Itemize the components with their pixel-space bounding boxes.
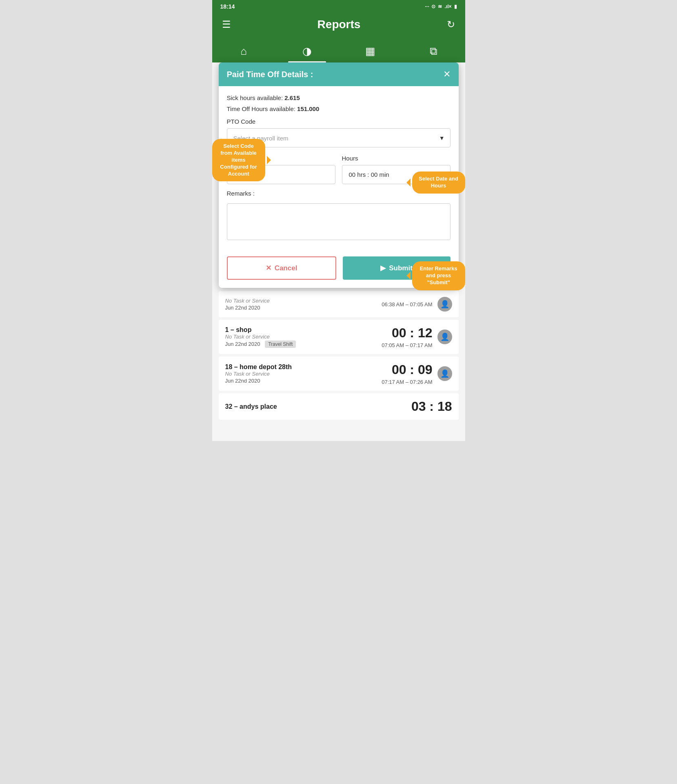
- list-content: No Task or Service Jun 22nd 2020 06:38 A…: [212, 291, 465, 420]
- sick-hours-label: Sick hours available:: [227, 94, 283, 101]
- avatar-icon[interactable]: 👤: [437, 297, 452, 312]
- item-time-range: 07:17 AM – 07:26 AM: [382, 379, 432, 385]
- list-item[interactable]: 32 – andys place 03 : 18: [219, 393, 459, 420]
- tab-chart[interactable]: ◑: [275, 41, 339, 62]
- item-time-large: 00 : 09: [392, 362, 433, 377]
- time-off-row: Time Off Hours available: 151.000: [227, 105, 451, 112]
- item-date: Jun 22nd 2020: [225, 378, 382, 384]
- tab-bar: ⌂ ◑ ▦ ⧉: [212, 38, 465, 62]
- status-bar: 18:14 ··· ⊙ ≋ .ıl× ▮: [212, 0, 465, 13]
- home-icon: ⌂: [240, 45, 247, 58]
- item-time-range: 07:05 AM – 07:17 AM: [382, 342, 432, 348]
- calendar-icon: ▦: [365, 45, 375, 58]
- tab-messages[interactable]: ⧉: [402, 41, 465, 62]
- cancel-button[interactable]: ✕ Cancel: [227, 256, 336, 280]
- sick-hours-row: Sick hours available: 2.615: [227, 94, 451, 101]
- list-item[interactable]: No Task or Service Jun 22nd 2020 06:38 A…: [219, 291, 459, 317]
- page-title: Reports: [317, 18, 361, 31]
- messages-icon: ⧉: [430, 45, 437, 58]
- remarks-textarea[interactable]: [227, 203, 451, 240]
- item-subtitle: No Task or Service: [225, 371, 382, 377]
- hamburger-menu-icon[interactable]: ☰: [222, 19, 231, 30]
- cancel-x-icon: ✕: [266, 264, 271, 272]
- status-icons: ··· ⊙ ≋ .ıl× ▮: [425, 4, 457, 9]
- list-item[interactable]: 1 – shop No Task or Service Jun 22nd 202…: [219, 320, 459, 354]
- sick-hours-value: 2.615: [284, 94, 300, 101]
- refresh-icon[interactable]: ↻: [447, 19, 455, 30]
- item-subtitle: No Task or Service: [225, 334, 382, 340]
- submit-label: Submit: [389, 264, 413, 272]
- status-time: 18:14: [220, 3, 235, 10]
- tab-calendar[interactable]: ▦: [339, 41, 402, 62]
- item-title: 1 – shop: [225, 326, 382, 334]
- time-off-value: 151.000: [297, 105, 319, 112]
- pto-code-label: PTO Code: [227, 118, 451, 125]
- tab-home[interactable]: ⌂: [212, 41, 275, 62]
- item-subtitle: No Task or Service: [225, 298, 382, 304]
- item-time-large: 03 : 18: [411, 399, 452, 414]
- time-off-label: Time Off Hours available:: [227, 105, 295, 112]
- item-date: Jun 22nd 2020 Travel Shift: [225, 341, 382, 348]
- item-date: Jun 22nd 2020: [225, 305, 382, 311]
- modal-header: Paid Time Off Details : ✕: [219, 62, 459, 86]
- avatar-icon[interactable]: 👤: [437, 366, 452, 381]
- chart-icon: ◑: [302, 45, 312, 58]
- modal-close-button[interactable]: ✕: [443, 69, 451, 80]
- item-time-range: 06:38 AM – 07:05 AM: [382, 301, 432, 307]
- hours-label: Hours: [342, 155, 451, 162]
- cancel-label: Cancel: [275, 264, 297, 272]
- app-header: ☰ Reports ↻: [212, 13, 465, 38]
- modal-title: Paid Time Off Details :: [227, 70, 313, 79]
- item-title: 32 – andys place: [225, 403, 411, 410]
- item-title: 18 – home depot 28th: [225, 363, 382, 371]
- item-badge: Travel Shift: [265, 341, 296, 348]
- avatar-icon[interactable]: 👤: [437, 330, 452, 344]
- submit-arrow-icon: ▶: [380, 264, 386, 272]
- list-item[interactable]: 18 – home depot 28th No Task or Service …: [219, 356, 459, 391]
- tooltip-select-date: Select Date and Hours: [412, 172, 465, 194]
- item-time-large: 00 : 12: [392, 325, 433, 341]
- tooltip-remarks: Enter Remarks and press "Submit": [412, 261, 465, 290]
- tooltip-select-code: Select Code from Available items Configu…: [212, 139, 265, 181]
